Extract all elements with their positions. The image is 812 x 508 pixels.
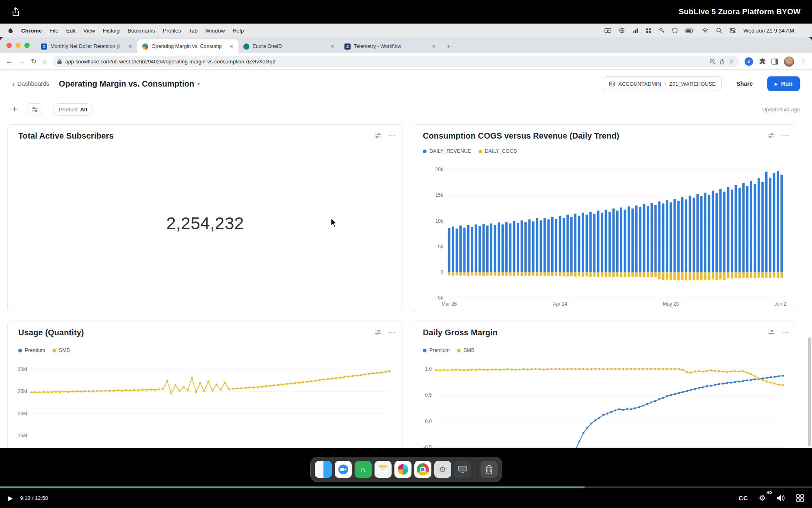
side-panel-icon[interactable] bbox=[771, 59, 778, 65]
subscriber-count: 2,254,232 bbox=[8, 214, 403, 233]
dock-screenshare-icon[interactable] bbox=[454, 461, 471, 478]
chart-config-icon[interactable] bbox=[768, 133, 774, 138]
dock-slack-icon[interactable] bbox=[394, 461, 411, 478]
run-button[interactable]: ▶ Run bbox=[767, 76, 800, 91]
menu-profiles[interactable]: Profiles bbox=[163, 28, 181, 34]
key-icon[interactable] bbox=[659, 28, 665, 33]
extensions-puzzle-icon[interactable] bbox=[759, 58, 766, 65]
address-bar: ← → ↻ ⌂ app.snowflake.com/us-west-2/ehb2… bbox=[0, 53, 812, 70]
legend-item: DAILY_REVENUE bbox=[423, 148, 471, 154]
tile-daily-gross-margin: Daily Gross Margin ⋯ PremiumSMB 1.00.50.… bbox=[412, 321, 796, 448]
menu-chrome[interactable]: Chrome bbox=[21, 28, 42, 34]
battery-icon[interactable] bbox=[685, 28, 694, 33]
legend-item: Premium bbox=[18, 347, 45, 353]
legend-item: SMB bbox=[52, 347, 70, 353]
svg-text:0.0: 0.0 bbox=[425, 419, 432, 424]
zuora-extension-icon[interactable]: Z bbox=[745, 57, 753, 66]
new-tab-button[interactable]: + bbox=[443, 41, 455, 52]
tab-zuora-oneid[interactable]: Zuora OneID × bbox=[238, 39, 340, 53]
menubar-clock[interactable]: Wed Jun 21 9:34 AM bbox=[743, 28, 794, 34]
tab-operating-margin[interactable]: Operating Margin vs. Consump × bbox=[137, 39, 238, 53]
zoom-window-button[interactable] bbox=[24, 43, 30, 48]
tab-telemetry[interactable]: Z Telemetry - Workflow × bbox=[340, 39, 441, 53]
back-icon[interactable]: ← bbox=[6, 57, 13, 65]
chart-config-icon[interactable] bbox=[768, 330, 774, 335]
menu-help[interactable]: Help bbox=[232, 28, 244, 34]
svg-text:30M: 30M bbox=[18, 367, 27, 372]
dock-finder-icon[interactable] bbox=[315, 461, 332, 478]
dock-zoom-icon[interactable] bbox=[335, 461, 352, 478]
menu-file[interactable]: File bbox=[50, 28, 58, 34]
tab-monthly-ndr[interactable]: Z Monthly Net Dollar Retention (I × bbox=[36, 39, 137, 53]
menu-tab[interactable]: Tab bbox=[189, 28, 198, 34]
minimize-window-button[interactable] bbox=[15, 43, 21, 48]
window-controls bbox=[0, 37, 36, 53]
video-player: SubLive 5 Zuora Platform BYOW Chrome Fil… bbox=[0, 0, 812, 508]
filters-config-button[interactable] bbox=[28, 103, 42, 115]
forward-icon[interactable]: → bbox=[18, 57, 25, 65]
menu-bookmarks[interactable]: Bookmarks bbox=[128, 28, 155, 34]
globe-icon[interactable] bbox=[619, 28, 625, 33]
tile-total-active-subscribers: Total Active Subscribers ⋯ 2,254,232 bbox=[7, 124, 403, 312]
svg-text:Mar 26: Mar 26 bbox=[442, 301, 457, 307]
dock-home-app-icon[interactable]: ⌂ bbox=[355, 461, 372, 478]
chart-config-icon[interactable] bbox=[375, 330, 381, 335]
tile-title: Total Active Subscribers bbox=[18, 131, 114, 141]
svg-text:15k: 15k bbox=[435, 192, 444, 198]
apple-menu-icon[interactable] bbox=[7, 27, 13, 34]
bookmark-star-icon[interactable]: ☆ bbox=[729, 58, 734, 65]
close-tab-icon[interactable]: × bbox=[431, 43, 437, 50]
profile-avatar[interactable] bbox=[784, 56, 794, 67]
fullscreen-tiles-button[interactable] bbox=[796, 494, 804, 502]
dashboard-title[interactable]: Operating Margin vs. Consumption ▾ bbox=[59, 79, 200, 89]
back-to-dashboards[interactable]: ‹ Dashboards bbox=[12, 80, 49, 88]
close-tab-icon[interactable]: × bbox=[128, 43, 133, 50]
send-page-icon[interactable] bbox=[719, 59, 725, 65]
reload-icon[interactable]: ↻ bbox=[31, 57, 37, 66]
menu-view[interactable]: View bbox=[83, 28, 95, 34]
dock-notes-icon[interactable] bbox=[375, 461, 392, 478]
dock-trash-icon[interactable] bbox=[481, 461, 498, 478]
share-button[interactable]: Share bbox=[732, 78, 757, 90]
wifi-icon[interactable] bbox=[702, 28, 708, 33]
volume-button[interactable] bbox=[776, 494, 786, 502]
product-filter-chip[interactable]: Product All bbox=[53, 103, 93, 116]
page-scrollbar[interactable] bbox=[808, 337, 811, 446]
svg-text:25M: 25M bbox=[18, 389, 27, 394]
chart-config-icon[interactable] bbox=[375, 133, 381, 138]
svg-text:Jun 21: Jun 21 bbox=[774, 301, 787, 307]
search-icon[interactable] bbox=[716, 28, 722, 33]
menu-window[interactable]: Window bbox=[205, 28, 225, 34]
zoom-page-icon[interactable] bbox=[710, 59, 716, 65]
video-settings-button[interactable]: ⚙ HD bbox=[759, 493, 766, 503]
more-options-icon[interactable]: ⋯ bbox=[782, 132, 788, 139]
close-tab-icon[interactable]: × bbox=[330, 43, 336, 50]
warehouse-label: Z01_WAREHOUSE bbox=[669, 81, 715, 87]
grid-icon[interactable] bbox=[646, 28, 651, 33]
close-tab-icon[interactable]: × bbox=[229, 43, 234, 50]
dock-chrome-icon[interactable] bbox=[414, 461, 431, 478]
captions-button[interactable]: CC bbox=[738, 495, 748, 501]
url-omnibox[interactable]: app.snowflake.com/us-west-2/ehb29402/#/o… bbox=[52, 56, 739, 67]
more-options-icon[interactable]: ⋯ bbox=[388, 132, 395, 139]
margin-line-chart: 1.00.50.0-0.5 bbox=[422, 360, 787, 448]
more-options-icon[interactable]: ⋯ bbox=[388, 329, 395, 336]
svg-text:0: 0 bbox=[440, 269, 443, 275]
add-tile-button[interactable]: + bbox=[12, 105, 17, 113]
menu-edit[interactable]: Edit bbox=[66, 28, 76, 34]
video-share-icon[interactable] bbox=[9, 5, 23, 19]
control-center-icon[interactable] bbox=[730, 28, 736, 33]
stats-icon[interactable] bbox=[632, 28, 638, 33]
screen-mirror-icon[interactable] bbox=[604, 28, 611, 33]
shield-icon[interactable] bbox=[672, 28, 678, 33]
play-button[interactable]: ▶ bbox=[8, 495, 13, 502]
dock-settings-icon[interactable]: ⚙ bbox=[434, 461, 451, 478]
close-window-button[interactable] bbox=[6, 43, 12, 48]
menu-history[interactable]: History bbox=[103, 28, 120, 34]
context-selector[interactable]: ACCOUNTADMIN • Z01_WAREHOUSE bbox=[603, 76, 721, 91]
snowflake-favicon bbox=[142, 43, 148, 50]
browser-menu-icon[interactable]: ⋮ bbox=[800, 58, 806, 65]
home-icon[interactable]: ⌂ bbox=[42, 57, 46, 65]
more-options-icon[interactable]: ⋯ bbox=[782, 329, 788, 336]
legend-item: Premium bbox=[423, 347, 450, 353]
